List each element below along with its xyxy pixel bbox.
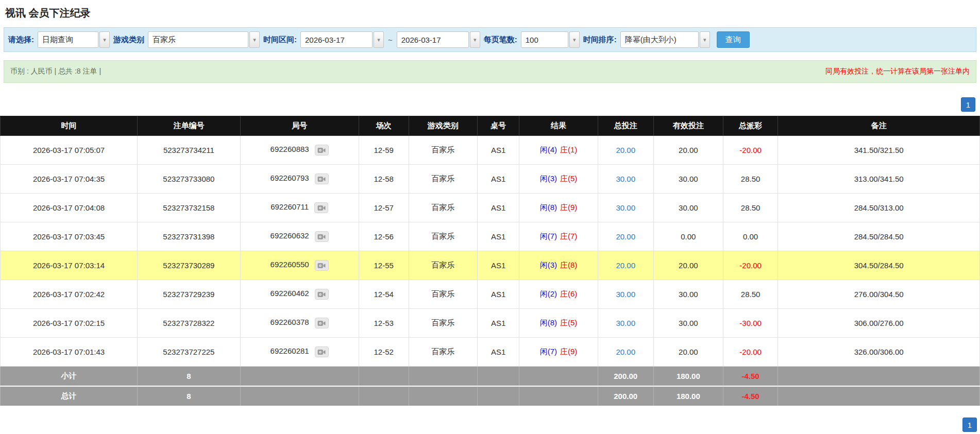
- summary-row-label: 总计: [1, 386, 138, 406]
- column-header-0: 时间: [1, 116, 138, 136]
- cell-table-no: AS1: [477, 222, 519, 251]
- cell-valid-bet: 20.00: [653, 136, 723, 165]
- cell-round-id: 692260550: [240, 251, 359, 280]
- video-replay-icon[interactable]: [315, 231, 329, 242]
- cell-result: 闲(8)庄(9): [519, 194, 598, 222]
- notice-text: 同局有效投注，统一计算在该局第一张注单内: [825, 67, 970, 76]
- cell-payout: 28.50: [723, 194, 778, 222]
- summary-total-bet: 200.00: [598, 386, 653, 406]
- cell-valid-bet: 20.00: [653, 251, 723, 280]
- date-from-input[interactable]: [300, 31, 373, 48]
- cell-remark: 284.50/313.00: [778, 194, 980, 222]
- empty-cell: [359, 386, 409, 406]
- cell-session: 12-53: [359, 309, 409, 338]
- query-type-combo: ▾: [38, 31, 110, 48]
- cell-total-bet[interactable]: 30.00: [598, 309, 653, 338]
- cell-bet-id: 523273732158: [138, 194, 241, 222]
- cell-game-type: 百家乐: [409, 280, 477, 309]
- empty-cell: [240, 367, 359, 387]
- page-size-input[interactable]: [521, 31, 568, 48]
- empty-cell: [477, 386, 519, 406]
- game-type-input[interactable]: [148, 31, 248, 48]
- cell-total-bet[interactable]: 20.00: [598, 222, 653, 251]
- cell-time: 2026-03-17 07:03:45: [1, 222, 138, 251]
- result-banker: 庄(9): [560, 347, 577, 356]
- sort-combo: ▾: [620, 31, 710, 48]
- cell-session: 12-56: [359, 222, 409, 251]
- cell-total-bet[interactable]: 30.00: [598, 165, 653, 194]
- cell-payout: -30.00: [723, 309, 778, 338]
- table-row: 2026-03-17 07:05:07 523273734211 6922608…: [1, 136, 980, 165]
- chevron-down-icon[interactable]: ▾: [374, 31, 384, 48]
- round-id-text: 692260378: [271, 318, 309, 326]
- spacer: [0, 407, 980, 409]
- video-replay-icon[interactable]: [315, 289, 329, 300]
- cell-total-bet[interactable]: 30.00: [598, 194, 653, 222]
- cell-round-id: 692260378: [240, 309, 359, 338]
- chevron-down-icon[interactable]: ▾: [569, 31, 580, 48]
- cell-result: 闲(3)庄(5): [519, 165, 598, 194]
- column-header-6: 结果: [519, 116, 598, 136]
- chevron-down-icon[interactable]: ▾: [249, 31, 260, 48]
- result-player: 闲(8): [540, 203, 557, 212]
- cell-result: 闲(3)庄(8): [519, 251, 598, 280]
- search-button[interactable]: 查询: [717, 31, 750, 48]
- cell-round-id: 692260632: [240, 222, 359, 251]
- result-player: 闲(4): [540, 145, 557, 154]
- summary-total-bet: 200.00: [598, 367, 653, 387]
- chevron-down-icon[interactable]: ▾: [470, 31, 480, 48]
- cell-valid-bet: 30.00: [653, 280, 723, 309]
- query-type-input[interactable]: [38, 31, 98, 48]
- round-id-text: 692260550: [271, 260, 309, 269]
- cell-total-bet[interactable]: 20.00: [598, 338, 653, 367]
- cell-valid-bet: 30.00: [653, 165, 723, 194]
- video-replay-icon[interactable]: [314, 202, 328, 213]
- video-replay-icon[interactable]: [315, 145, 329, 155]
- table-row: 2026-03-17 07:04:35 523273733080 6922607…: [1, 165, 980, 194]
- summary-row: 小计 8 200.00 180.00 -4.50: [1, 367, 980, 387]
- empty-cell: [409, 367, 477, 387]
- cell-game-type: 百家乐: [409, 194, 477, 222]
- round-id-text: 692260462: [271, 289, 309, 298]
- cell-total-bet[interactable]: 20.00: [598, 251, 653, 280]
- pagination-top: 1: [5, 97, 975, 112]
- cell-time: 2026-03-17 07:02:42: [1, 280, 138, 309]
- video-replay-icon[interactable]: [315, 318, 329, 328]
- page-number-button[interactable]: 1: [961, 97, 975, 112]
- cell-valid-bet: 0.00: [653, 222, 723, 251]
- cell-result: 闲(7)庄(7): [519, 222, 598, 251]
- cell-total-bet[interactable]: 30.00: [598, 280, 653, 309]
- table-row: 2026-03-17 07:02:15 523273728322 6922603…: [1, 309, 980, 338]
- column-header-3: 场次: [359, 116, 409, 136]
- cell-bet-id: 523273729239: [138, 280, 241, 309]
- cell-session: 12-57: [359, 194, 409, 222]
- chevron-down-icon[interactable]: ▾: [700, 31, 710, 48]
- chevron-down-icon[interactable]: ▾: [99, 31, 110, 48]
- cell-table-no: AS1: [477, 338, 519, 367]
- video-replay-icon[interactable]: [315, 173, 329, 184]
- empty-cell: [778, 367, 980, 387]
- cell-time: 2026-03-17 07:04:35: [1, 165, 138, 194]
- date-to-input[interactable]: [397, 31, 469, 48]
- result-banker: 庄(9): [560, 203, 577, 212]
- cell-total-bet[interactable]: 20.00: [598, 136, 653, 165]
- video-replay-icon[interactable]: [315, 260, 329, 271]
- cell-bet-id: 523273730289: [138, 251, 241, 280]
- page-number-button[interactable]: 1: [962, 418, 977, 432]
- cell-remark: 326.00/306.00: [778, 338, 980, 367]
- table-row: 2026-03-17 07:03:45 523273731398 6922606…: [1, 222, 980, 251]
- filter-bar: 请选择: ▾ 游戏类别 ▾ 时间区间: ▾ ~ ▾ 每页笔数: ▾ 时间排序: …: [4, 27, 976, 52]
- video-replay-icon[interactable]: [315, 346, 329, 357]
- cell-remark: 313.00/341.50: [778, 165, 980, 194]
- page-size-label: 每页笔数:: [484, 35, 517, 45]
- cell-remark: 306.00/276.00: [778, 309, 980, 338]
- sort-input[interactable]: [620, 31, 699, 48]
- cell-time: 2026-03-17 07:05:07: [1, 136, 138, 165]
- column-header-7: 总投注: [598, 116, 653, 136]
- empty-cell: [477, 367, 519, 387]
- round-id-text: 692260793: [271, 173, 309, 182]
- empty-cell: [778, 386, 980, 406]
- cell-game-type: 百家乐: [409, 309, 477, 338]
- round-id-text: 692260711: [271, 202, 309, 211]
- cell-time: 2026-03-17 07:03:14: [1, 251, 138, 280]
